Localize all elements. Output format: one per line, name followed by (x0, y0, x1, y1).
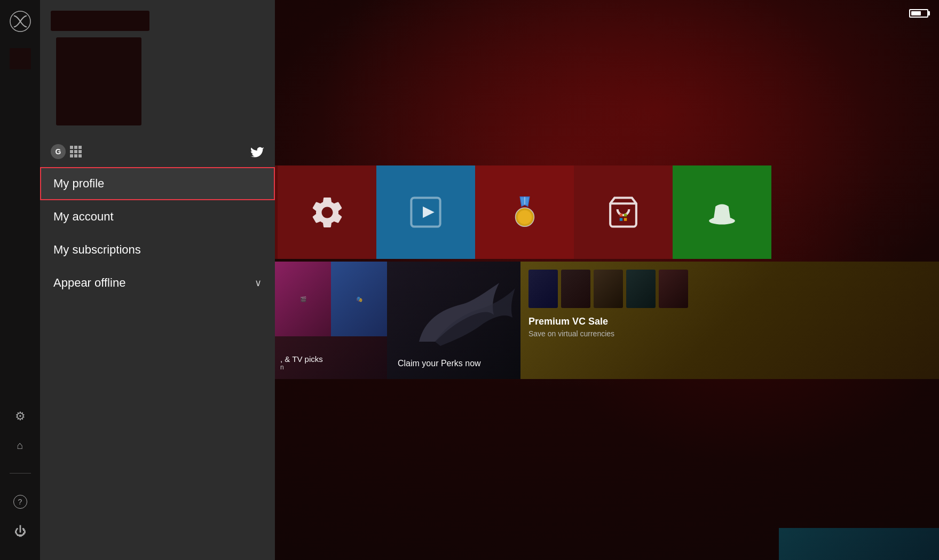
gamertag-blur (51, 11, 149, 31)
my-profile-item[interactable]: My profile (40, 167, 275, 200)
game-thumb-1 (528, 270, 558, 308)
panel-header (40, 0, 275, 139)
svg-rect-7 (624, 214, 627, 216)
sidebar-divider (10, 473, 31, 474)
svg-marker-2 (423, 207, 435, 218)
twitter-icon[interactable] (250, 146, 264, 157)
tile-video[interactable] (376, 165, 475, 259)
my-account-label: My account (53, 210, 114, 224)
vc-sale-tile[interactable]: Premium VC Sale Save on virtual currenci… (520, 262, 939, 379)
dragon-image (392, 267, 520, 358)
gear-icon (309, 194, 346, 231)
tile-green[interactable] (673, 165, 771, 259)
panel-avatar-area (51, 37, 264, 125)
game-thumb-2 (561, 270, 590, 308)
vc-sale-sub: Save on virtual currencies (528, 329, 931, 338)
help-icon[interactable]: ? (13, 495, 27, 509)
main-content: 🎬 🎭 , & TV picks n Claim your Perks now (275, 0, 939, 560)
appear-offline-item[interactable]: Appear offline ∨ (40, 266, 275, 299)
game-thumb-5 (659, 270, 688, 308)
teal-strip (779, 528, 939, 560)
svg-rect-6 (620, 214, 622, 216)
game-thumb-4 (626, 270, 656, 308)
play-icon (408, 195, 443, 230)
sidebar-nav: ⚙ ⌂ ? ⏻ (0, 409, 40, 539)
settings-icon[interactable]: ⚙ (15, 409, 26, 423)
my-profile-label: My profile (53, 177, 104, 191)
g-icon: G (51, 144, 66, 159)
medal-icon (506, 194, 543, 231)
panel-avatar-big (56, 37, 141, 125)
tile-achievements[interactable] (475, 165, 574, 259)
perks-tile[interactable]: Claim your Perks now (387, 262, 520, 379)
tv-picks-sub: n (280, 364, 323, 371)
power-icon[interactable]: ⏻ (14, 525, 26, 539)
pattern-icon (70, 146, 82, 157)
tv-picks-label: , & TV picks (280, 354, 323, 364)
perks-label: Claim your Perks now (398, 359, 481, 368)
svg-rect-9 (624, 218, 627, 220)
social-row: G (40, 139, 275, 164)
tile-store[interactable] (574, 165, 673, 259)
vc-sale-title: Premium VC Sale (528, 316, 931, 327)
svg-rect-8 (620, 218, 622, 220)
my-subscriptions-label: My subscriptions (53, 243, 141, 257)
chevron-down-icon: ∨ (255, 277, 262, 289)
sidebar-avatar (10, 48, 31, 69)
home-icon[interactable]: ⌂ (17, 439, 23, 452)
store-icon (606, 195, 641, 230)
tv-picks-tile[interactable]: 🎬 🎭 , & TV picks n (275, 262, 387, 379)
tile-settings[interactable] (278, 165, 376, 259)
svg-rect-11 (712, 218, 732, 222)
appear-offline-label: Appear offline (53, 276, 125, 290)
sidebar: ⚙ ⌂ ? ⏻ (0, 0, 40, 560)
tiles-row (275, 165, 939, 259)
my-subscriptions-item[interactable]: My subscriptions (40, 233, 275, 266)
battery-fill (911, 11, 921, 15)
game-thumb-3 (594, 270, 623, 308)
profile-panel: G My profile My account My subscriptions (40, 0, 275, 560)
hat-icon (705, 195, 739, 230)
social-left: G (51, 144, 82, 159)
battery-body (909, 9, 928, 18)
battery-icon (909, 9, 928, 18)
svg-point-4 (517, 210, 531, 224)
my-account-item[interactable]: My account (40, 200, 275, 233)
